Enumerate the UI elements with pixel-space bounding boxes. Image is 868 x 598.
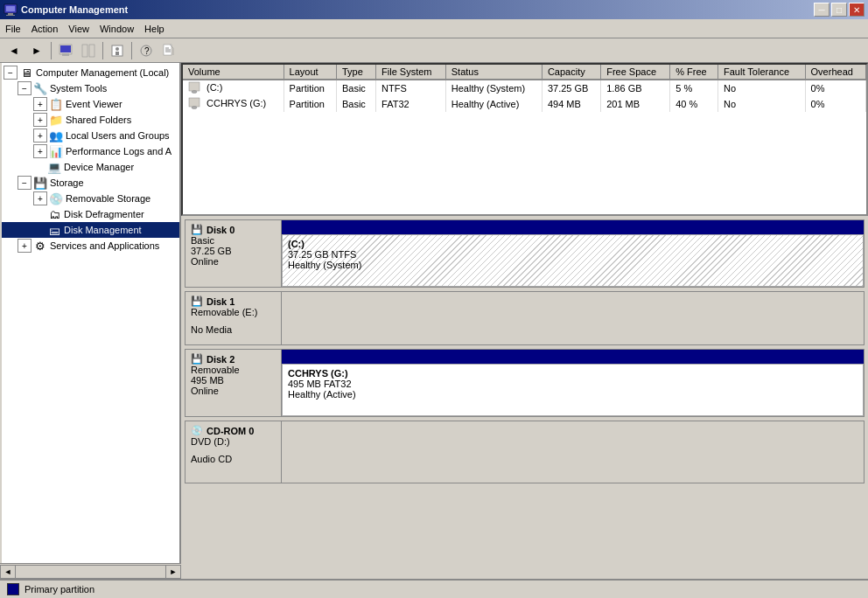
svg-point-21 <box>192 107 197 109</box>
disk-row-0: 💾 Disk 0 Basic 37.25 GB Online (C:) 37.2… <box>185 219 864 288</box>
cell-volume-0: (C:) <box>183 80 284 96</box>
disk-2-partition-g[interactable]: CCHRYS (G:) 495 MB FAT32 Healthy (Active… <box>282 364 864 416</box>
properties-button[interactable] <box>107 41 128 60</box>
disk-2-icon: 💾 <box>191 353 203 365</box>
cell-type-0: Basic <box>336 80 375 96</box>
services-expand-icon[interactable]: + <box>18 239 32 253</box>
system-tools-expand-icon[interactable]: − <box>18 81 32 95</box>
menu-view[interactable]: View <box>63 22 94 36</box>
col-filesystem[interactable]: File System <box>376 65 446 80</box>
event-viewer-expand-icon[interactable]: + <box>33 97 47 111</box>
cdrom-0-icon: 💿 <box>191 425 203 436</box>
disk-2-partition-area: CCHRYS (G:) 495 MB FAT32 Healthy (Active… <box>282 364 864 416</box>
storage-expand-icon[interactable]: − <box>18 176 32 190</box>
disk-0-partition-c-size: 37.25 GB NTFS <box>288 249 858 260</box>
tree-item-device-mgr[interactable]: 💻 Device Manager <box>2 159 179 175</box>
forward-button[interactable]: ► <box>26 41 47 60</box>
disk-1-icon: 💾 <box>191 296 203 307</box>
back-button[interactable]: ◄ <box>4 41 24 60</box>
maximize-button[interactable]: □ <box>831 3 847 17</box>
disk-0-status: Online <box>191 256 276 267</box>
tree-item-shared-folders[interactable]: + 📁 Shared Folders <box>2 112 179 128</box>
disk-2-partition-g-size: 495 MB FAT32 <box>288 379 858 389</box>
tree-item-storage[interactable]: − 💾 Storage <box>2 175 179 191</box>
disk-2-partition-g-label: CCHRYS (G:) <box>288 368 858 379</box>
disk-2-size: 495 MB <box>191 375 276 386</box>
tree-perf-logs-label: Performance Logs and A <box>66 146 172 156</box>
tree-item-defrag[interactable]: 🗂 Disk Defragmenter <box>2 206 179 222</box>
left-panel[interactable]: − 🖥 Computer Management (Local) − 🔧 Syst… <box>0 63 181 579</box>
col-status[interactable]: Status <box>445 65 542 80</box>
col-layout[interactable]: Layout <box>284 65 336 80</box>
tree-device-mgr-label: Device Manager <box>64 162 134 172</box>
cell-freespace-1: 201 MB <box>601 96 670 112</box>
cell-layout-1: Partition <box>284 96 336 112</box>
tree-item-services[interactable]: + ⚙ Services and Applications <box>2 238 179 254</box>
disk-0-partition-c-status: Healthy (System) <box>288 260 858 270</box>
col-type[interactable]: Type <box>336 65 375 80</box>
disk-0-icon: 💾 <box>191 224 203 235</box>
help-button[interactable]: ? <box>136 41 157 60</box>
shared-folders-expand-icon[interactable]: + <box>33 113 47 127</box>
menu-help[interactable]: Help <box>139 22 170 36</box>
svg-rect-7 <box>82 45 88 57</box>
volume-row-1[interactable]: CCHRYS (G:)PartitionBasicFAT32Healthy (A… <box>183 96 866 112</box>
disk-mgmt-icon: 🖴 <box>47 223 61 237</box>
disk-0-size: 37.25 GB <box>191 246 276 256</box>
toolbar-separator-3 <box>131 42 132 59</box>
tree-defrag-label: Disk Defragmenter <box>64 209 144 219</box>
disk-2-type: Removable <box>191 365 276 375</box>
tree-item-removable[interactable]: + 💿 Removable Storage <box>2 191 179 206</box>
removable-expand-icon[interactable]: + <box>33 191 47 205</box>
disk-row-2: 💾 Disk 2 Removable 495 MB Online CCHRYS … <box>185 349 864 417</box>
col-percentfree[interactable]: % Free <box>670 65 718 80</box>
col-capacity[interactable]: Capacity <box>542 65 600 80</box>
disk-0-header-bar <box>282 220 864 234</box>
cell-layout-0: Partition <box>284 80 336 96</box>
show-hide-button[interactable] <box>78 41 99 60</box>
scroll-right-button[interactable]: ► <box>165 565 181 579</box>
close-button[interactable]: ✕ <box>849 3 864 17</box>
tree-item-event-viewer[interactable]: + 📋 Event Viewer <box>2 96 179 112</box>
menu-window[interactable]: Window <box>94 22 139 36</box>
cdrom-0-info: 💿 CD-ROM 0 DVD (D:) Audio CD <box>186 421 282 483</box>
svg-rect-20 <box>189 98 200 107</box>
tree-services-label: Services and Applications <box>50 240 159 251</box>
tree-system-tools-label: System Tools <box>50 83 107 94</box>
svg-rect-11 <box>116 52 119 55</box>
tree-item-perf-logs[interactable]: + 📊 Performance Logs and A <box>2 143 179 159</box>
minimize-button[interactable]: ─ <box>814 3 830 17</box>
tree-disk-mgmt-label: Disk Management <box>64 225 142 235</box>
export-button[interactable] <box>158 41 179 60</box>
root-expand-icon[interactable]: − <box>4 66 18 80</box>
storage-icon: 💾 <box>33 176 47 190</box>
scroll-left-button[interactable]: ◄ <box>0 565 16 579</box>
tree-removable-label: Removable Storage <box>66 193 150 204</box>
perf-logs-expand-icon[interactable]: + <box>33 144 47 158</box>
window-title: Computer Management <box>21 4 128 15</box>
disk-0-partition-c[interactable]: (C:) 37.25 GB NTFS Healthy (System) <box>282 234 864 287</box>
col-faulttol[interactable]: Fault Tolerance <box>718 65 806 80</box>
bottom-scroll[interactable]: ◄ ► <box>0 563 181 579</box>
removable-icon: 💿 <box>49 191 63 205</box>
tree-item-disk-mgmt[interactable]: 🖴 Disk Management <box>2 222 179 238</box>
event-viewer-icon: 📋 <box>49 97 63 111</box>
col-volume[interactable]: Volume <box>183 65 284 80</box>
menu-action[interactable]: Action <box>26 22 64 36</box>
menu-file[interactable]: File <box>0 22 26 36</box>
disk-2-status: Online <box>191 386 276 396</box>
local-users-expand-icon[interactable]: + <box>33 129 47 143</box>
cell-capacity-1: 494 MB <box>542 96 600 112</box>
disk-0-partition-c-label: (C:) <box>288 239 858 249</box>
col-overhead[interactable]: Overhead <box>805 65 865 80</box>
up-button[interactable] <box>55 41 76 60</box>
cell-percentfree-0: 5 % <box>670 80 718 96</box>
tree-item-system-tools[interactable]: − 🔧 System Tools <box>2 80 179 96</box>
tree-item-local-users[interactable]: + 👥 Local Users and Groups <box>2 128 179 143</box>
scroll-track <box>16 565 165 579</box>
tree-root[interactable]: − 🖥 Computer Management (Local) <box>2 65 179 80</box>
col-freespace[interactable]: Free Space <box>601 65 670 80</box>
svg-rect-2 <box>8 13 13 15</box>
volume-row-0[interactable]: (C:)PartitionBasicNTFSHealthy (System)37… <box>183 80 866 96</box>
svg-point-19 <box>192 91 197 94</box>
